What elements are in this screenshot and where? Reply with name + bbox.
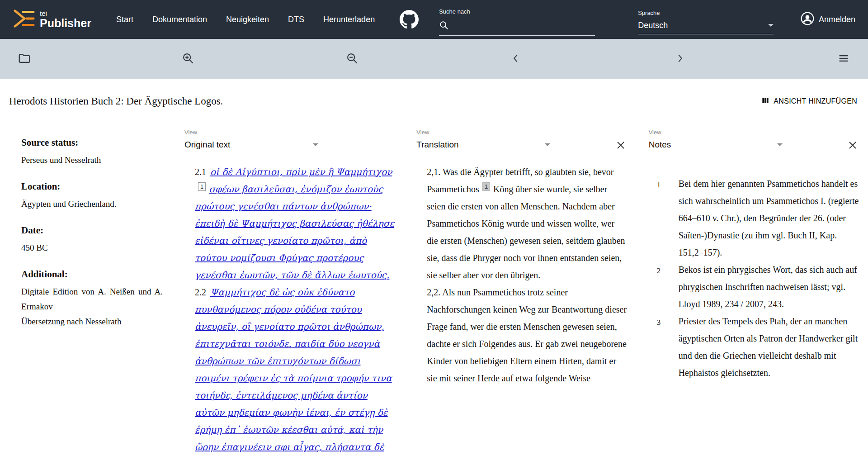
metadata-block: Date:450 BC	[21, 225, 163, 255]
panel-translation: View Translation 2,1. Was die Ägypter be…	[416, 129, 627, 387]
close-panel-button[interactable]	[846, 139, 859, 153]
original-text-body: 2.1 οἱ δὲ Αἰγύπτιοι, πρὶν μὲν ἢ Ψαμμήτιχ…	[184, 163, 395, 456]
search-icon	[439, 20, 449, 32]
tei-publisher-logo-icon	[13, 9, 35, 30]
text-paragraph: 2,1. Was die Ägypter betrifft, so glaubt…	[427, 163, 627, 284]
add-view-button[interactable]: ANSICHT HINZUFÜGEN	[761, 96, 857, 107]
view-column-icon	[761, 96, 770, 107]
search-label: Suche nach	[439, 8, 595, 15]
metadata-label: Additional:	[21, 269, 163, 280]
language-label: Sprache	[638, 9, 774, 16]
view-select-label: View	[184, 129, 320, 136]
zoom-out-icon	[346, 52, 359, 66]
language-select[interactable]: Sprache Deutsch	[638, 0, 774, 39]
text-link[interactable]: οἱ δὲ Αἰγύπτιοι, πρὶν μὲν ἢ Ψαμμήτιχον	[210, 166, 392, 177]
view-select-original[interactable]: View Original text	[184, 129, 320, 154]
chevron-down-icon	[313, 143, 318, 146]
main-content: Herodots Historien Buch 2: Der Ägyptisch…	[0, 95, 868, 456]
hamburger-menu-icon	[837, 52, 850, 66]
footnote-ref[interactable]: 1	[198, 182, 206, 191]
section-number: 2.1	[195, 167, 208, 177]
nav-item-neuigkeiten[interactable]: Neuigkeiten	[226, 15, 269, 24]
next-page-button[interactable]	[671, 50, 689, 68]
close-icon	[615, 145, 626, 152]
menu-button[interactable]	[835, 50, 853, 68]
section-number: 2.2	[195, 287, 208, 297]
chevron-down-icon	[545, 143, 550, 146]
text-link[interactable]: σφέων βασιλεῦσαι, ἐνόμιζον ἑωυτοὺς πρώτο…	[195, 184, 394, 280]
text-segment: 2,2. Als nun Psammetichos trotz seiner N…	[427, 287, 627, 383]
chevron-left-icon	[510, 52, 522, 66]
view-select-label: View	[649, 129, 784, 136]
footnote: 3Priester des Tempels des Ptah, der an m…	[657, 313, 859, 381]
chevron-down-icon	[768, 24, 774, 27]
metadata-label: Location:	[21, 181, 163, 192]
brand-publisher: Publisher	[40, 18, 91, 29]
brand-logo[interactable]: tei Publisher	[13, 9, 91, 30]
metadata-label: Date:	[21, 225, 163, 236]
document-toolbar	[0, 39, 868, 79]
document-metadata: Source status:Perseus und NesselrathLoca…	[9, 129, 163, 342]
chevron-right-icon	[674, 52, 686, 66]
view-select-value: Original text	[184, 140, 230, 150]
view-select-translation[interactable]: View Translation	[416, 129, 552, 154]
footnote-text: Bei dem hier genannten Psammetichos hand…	[679, 175, 859, 261]
view-select-notes[interactable]: View Notes	[649, 129, 784, 154]
metadata-label: Source status:	[21, 137, 163, 148]
previous-page-button[interactable]	[507, 50, 525, 68]
top-nav: tei Publisher StartDokumentationNeuigkei…	[0, 0, 868, 39]
main-nav: StartDokumentationNeuigkeitenDTSHerunter…	[116, 15, 375, 24]
view-select-value: Notes	[649, 140, 671, 150]
zoom-in-button[interactable]	[179, 50, 197, 68]
text-paragraph: 2.1 οἱ δὲ Αἰγύπτιοι, πρὶν μὲν ἢ Ψαμμήτιχ…	[195, 163, 395, 284]
view-select-label: View	[416, 129, 552, 136]
footnote-text: Priester des Tempels des Ptah, der an ma…	[679, 313, 859, 381]
chevron-down-icon	[777, 143, 783, 146]
brand-tei: tei	[40, 10, 91, 17]
metadata-value: 450 BC	[21, 240, 163, 255]
metadata-block: Additional:Digitale Edition von A. Neiße…	[21, 269, 163, 329]
metadata-value: Digitale Edition von A. Neißen und A. Er…	[21, 284, 163, 314]
close-icon	[847, 145, 858, 152]
text-paragraph: 2,2. Als nun Psammetichos trotz seiner N…	[427, 284, 627, 387]
text-link[interactable]: Ψαμμήτιχος δὲ ὡς οὐκ ἐδύνατο πυνθανόμενο…	[195, 287, 392, 452]
metadata-value: Übersetzung nach Nesselrath	[21, 314, 163, 329]
metadata-value: Ägypten und Griechenland.	[21, 196, 163, 211]
footnote: 1Bei dem hier genannten Psammetichos han…	[657, 175, 859, 261]
login-label: Anmelden	[819, 15, 855, 24]
view-select-value: Translation	[416, 140, 458, 150]
close-panel-button[interactable]	[614, 139, 627, 153]
metadata-block: Location:Ägypten und Griechenland.	[21, 181, 163, 211]
translation-body: 2,1. Was die Ägypter betrifft, so glaubt…	[416, 163, 627, 387]
folder-icon	[18, 52, 31, 66]
zoom-out-button[interactable]	[343, 50, 361, 68]
metadata-block: Source status:Perseus und Nesselrath	[21, 137, 163, 167]
login-button[interactable]: Anmelden	[800, 11, 855, 28]
add-view-label: ANSICHT HINZUFÜGEN	[774, 97, 857, 105]
footnote-text: Bekos ist ein phrygisches Wort, das sich…	[679, 261, 859, 313]
nav-item-start[interactable]: Start	[116, 15, 133, 24]
account-icon	[800, 11, 815, 28]
panel-original-text: View Original text 2.1 οἱ δὲ Αἰγύπτιοι, …	[184, 129, 395, 456]
nav-item-dokumentation[interactable]: Dokumentation	[152, 15, 207, 24]
text-paragraph: 2.2 Ψαμμήτιχος δὲ ὡς οὐκ ἐδύνατο πυνθανό…	[195, 284, 395, 456]
nav-item-herunterladen[interactable]: Herunterladen	[323, 15, 375, 24]
panel-notes: View Notes 1Bei dem hier genannten Psamm…	[649, 129, 859, 381]
search-box: Suche nach	[439, 0, 595, 39]
language-value: Deutsch	[638, 21, 668, 30]
contents-button[interactable]	[15, 50, 33, 68]
zoom-in-icon	[182, 52, 194, 66]
footnote: 2Bekos ist ein phrygisches Wort, das sic…	[657, 261, 859, 313]
github-icon[interactable]	[400, 10, 419, 29]
footnote-number[interactable]: 3	[657, 313, 679, 381]
page-title: Herodots Historien Buch 2: Der Ägyptisch…	[9, 95, 223, 107]
nav-item-dts[interactable]: DTS	[288, 15, 304, 24]
footnote-number[interactable]: 1	[657, 175, 679, 261]
footnote-number[interactable]: 2	[657, 261, 679, 313]
metadata-value: Perseus und Nesselrath	[21, 152, 163, 167]
search-input[interactable]	[453, 23, 595, 32]
footnote-ref[interactable]: 1	[482, 182, 490, 191]
text-segment: Köng über sie wurde, sie selber seien di…	[427, 184, 625, 280]
notes-body: 1Bei dem hier genannten Psammetichos han…	[649, 175, 859, 381]
